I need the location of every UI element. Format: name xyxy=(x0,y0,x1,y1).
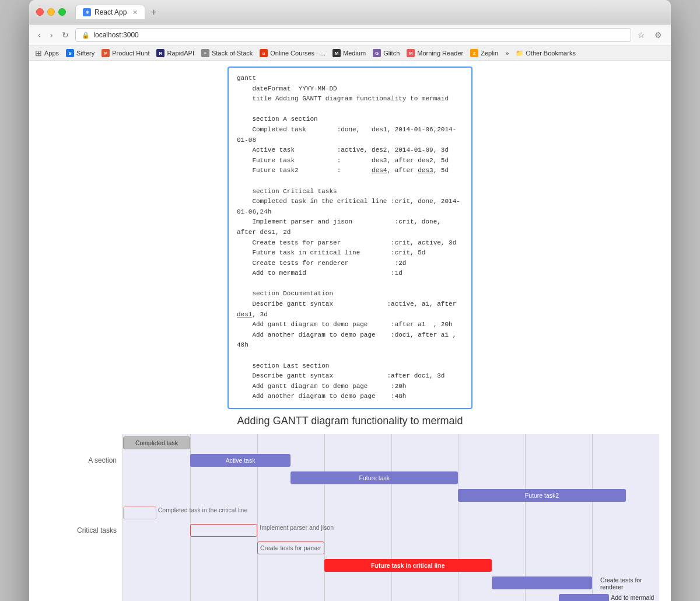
bookmark-other[interactable]: 📁 Other Bookmarks xyxy=(516,50,576,57)
editor-line: Add to mermaid :1d xyxy=(237,268,463,279)
row-label-crit4 xyxy=(41,557,123,574)
editor-line: section Last section xyxy=(237,361,463,372)
nav-bar: ‹ › ↻ 🔒 localhost:3000 ☆ ⚙ xyxy=(29,25,671,46)
gantt-row-asection: A section Active task xyxy=(41,452,659,469)
task-label-renderer: Create tests for renderer xyxy=(600,576,659,590)
task-bar-futuretask2: Future task2 xyxy=(458,489,625,502)
onlinecourses-icon: u xyxy=(260,49,268,57)
zeplin-icon: Z xyxy=(470,49,478,57)
gantt-row-crit6: Add to mermaid xyxy=(41,592,659,601)
row-bars-crit6: Add to mermaid xyxy=(123,592,659,601)
task-bar-completed: Completed task xyxy=(123,436,190,449)
bookmark-zeplin[interactable]: Z Zeplin xyxy=(470,49,498,57)
extensions-icon[interactable]: ⚙ xyxy=(652,29,665,41)
task-label-critdone: Completed task in the critical line xyxy=(158,506,248,513)
task-label-implement: Implement parser and jison xyxy=(260,524,334,531)
editor-line: Create tests for renderer :2d xyxy=(237,258,463,269)
gantt-row-futuretask2: Future task2 xyxy=(41,487,659,504)
bookmark-rapidapi-label: RapidAPI xyxy=(167,50,194,57)
task-bar-crit-done1 xyxy=(123,506,156,519)
row-bars-crit2: Implement parser and jison xyxy=(123,522,659,539)
editor-line: Describe gantt syntax :active, a1, after… xyxy=(237,299,463,320)
stackofstack-icon: ≡ xyxy=(201,49,209,57)
gantt-row-crit1: Completed task in the critical line xyxy=(41,504,659,522)
bookmark-more[interactable]: » xyxy=(505,50,509,57)
forward-button[interactable]: › xyxy=(47,29,56,41)
bookmark-glitch[interactable]: G Glitch xyxy=(373,49,400,57)
producthunt-icon: P xyxy=(102,49,110,57)
glitch-icon: G xyxy=(373,49,381,57)
bookmark-siftery[interactable]: S Siftery xyxy=(66,49,94,57)
editor-line: Add gantt diagram to demo page :after a1… xyxy=(237,320,463,330)
code-editor[interactable]: gantt dateFormat YYYY-MM-DD title Adding… xyxy=(228,67,473,409)
row-label-crit5 xyxy=(41,574,123,592)
url-text: localhost:3000 xyxy=(93,31,138,39)
close-button[interactable] xyxy=(36,8,44,16)
task-bar-mermaid xyxy=(559,594,609,601)
gantt-row-crit5: Create tests for renderer xyxy=(41,574,659,592)
editor-line: Implement parser and jison :crit, done, … xyxy=(237,217,463,237)
editor-line: dateFormat YYYY-MM-DD xyxy=(237,84,463,95)
editor-line: Active task :active, des2, 2014-01-09, 3… xyxy=(237,145,463,156)
row-label-empty2 xyxy=(41,469,123,487)
bookmark-producthunt[interactable]: P Product Hunt xyxy=(102,49,149,57)
gantt-row-crit3: Create tests for parser xyxy=(41,539,659,557)
title-bar: ⚛ React App ✕ + xyxy=(29,0,671,25)
row-label-crit3 xyxy=(41,539,123,557)
editor-line: title Adding GANTT diagram functionality… xyxy=(237,94,463,104)
row-bars-future: Future task xyxy=(123,469,659,487)
bookmark-apps[interactable]: ⊞ Apps xyxy=(35,48,59,58)
bookmark-siftery-label: Siftery xyxy=(76,50,94,57)
bookmark-medium-label: Medium xyxy=(343,50,366,57)
task-bar-crit-done2 xyxy=(190,524,257,537)
active-tab[interactable]: ⚛ React App ✕ xyxy=(75,5,145,19)
maximize-button[interactable] xyxy=(58,8,66,16)
rapidapi-icon: R xyxy=(156,49,164,57)
row-label-crittasks2: Critical tasks xyxy=(41,522,123,539)
bookmark-rapidapi[interactable]: R RapidAPI xyxy=(156,49,194,57)
task-bar-crit-active: Create tests for parser xyxy=(257,541,324,554)
row-bars-crit3: Create tests for parser xyxy=(123,539,659,557)
bookmark-producthunt-label: Product Hunt xyxy=(112,50,149,57)
siftery-icon: S xyxy=(66,49,74,57)
other-bookmarks-label: 📁 Other Bookmarks xyxy=(516,50,576,57)
row-bars-future2: Future task2 xyxy=(123,487,659,504)
row-bars-crit1: Completed task in the critical line xyxy=(123,504,659,522)
gantt-row-completed-header: Completed task xyxy=(41,434,659,452)
editor-line: Add another diagram to demo page :doc1, … xyxy=(237,330,463,351)
bookmark-icon[interactable]: ☆ xyxy=(635,29,648,41)
editor-line: Add gantt diagram to demo page :20h xyxy=(237,382,463,392)
task-bar-critical: Future task in critical line xyxy=(324,559,492,572)
gantt-main: Completed task A section Active task xyxy=(41,434,659,601)
refresh-button[interactable]: ↻ xyxy=(59,29,72,41)
grid-icon: ⊞ xyxy=(35,48,42,58)
editor-line: Future task : des3, after des2, 5d xyxy=(237,156,463,166)
back-button[interactable]: ‹ xyxy=(35,29,44,41)
minimize-button[interactable] xyxy=(47,8,55,16)
chart-title: Adding GANTT diagram functionality to me… xyxy=(29,415,671,427)
task-bar-futuretask: Future task xyxy=(290,471,458,484)
editor-line: Add another diagram to demo page :48h xyxy=(237,392,463,402)
editor-line: gantt xyxy=(237,74,463,84)
bookmark-morningreader[interactable]: M Morning Reader xyxy=(407,49,463,57)
traffic-lights xyxy=(36,8,66,16)
bookmark-onlinecourses-label: Online Courses - ... xyxy=(270,50,326,57)
bookmark-medium[interactable]: M Medium xyxy=(332,49,366,57)
tab-favicon: ⚛ xyxy=(83,8,91,16)
row-bars-asection: Active task xyxy=(123,452,659,469)
bookmark-morningreader-label: Morning Reader xyxy=(417,50,463,57)
row-label-empty xyxy=(41,434,123,452)
bookmarks-bar: ⊞ Apps S Siftery P Product Hunt R RapidA… xyxy=(29,46,671,61)
editor-line: Completed task :done, des1, 2014-01-06,2… xyxy=(237,125,463,145)
bookmark-onlinecourses[interactable]: u Online Courses - ... xyxy=(260,49,326,57)
url-bar[interactable]: 🔒 localhost:3000 xyxy=(75,28,631,42)
new-tab-button[interactable]: + xyxy=(148,6,160,19)
lock-icon: 🔒 xyxy=(82,32,90,39)
bookmark-stackofstack-label: Stack of Stack xyxy=(212,50,253,57)
bookmark-stackofstack[interactable]: ≡ Stack of Stack xyxy=(201,49,253,57)
editor-line: section Documentation xyxy=(237,289,463,299)
tab-close-icon[interactable]: ✕ xyxy=(132,9,138,16)
gantt-chart: .gantt-main { width: 100%; position: rel… xyxy=(29,434,671,601)
task-bar-renderer xyxy=(492,576,592,589)
gantt-row-futuretask: Future task xyxy=(41,469,659,487)
